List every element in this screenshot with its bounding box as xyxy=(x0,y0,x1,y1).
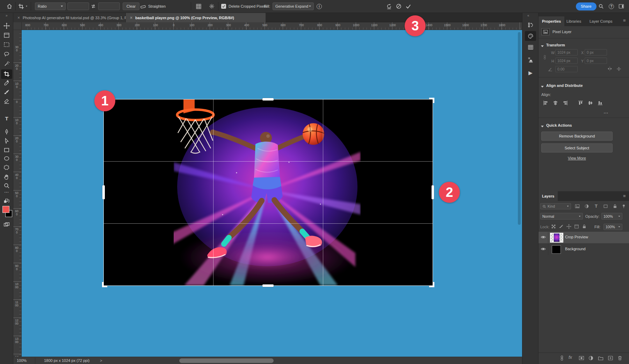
ruler-corner[interactable] xyxy=(13,22,22,30)
document-tab-active[interactable]: × basketball player.png @ 100% (Crop Pre… xyxy=(126,13,266,22)
close-tab-icon[interactable]: × xyxy=(130,15,132,20)
crop-handle-bottom-right[interactable] xyxy=(429,282,434,287)
help-icon[interactable]: ? xyxy=(609,0,614,13)
history-panel-icon[interactable] xyxy=(525,20,536,30)
workspace-switcher-icon[interactable] xyxy=(619,0,624,13)
search-icon[interactable] xyxy=(598,0,604,13)
crop-handle-top-right[interactable] xyxy=(429,98,434,103)
layer-row-background[interactable]: Background xyxy=(538,244,629,255)
align-right-icon[interactable] xyxy=(562,100,568,106)
custom-shape-tool[interactable] xyxy=(3,164,10,171)
layer-effects-icon[interactable]: fx xyxy=(569,355,574,360)
add-layer-mask-icon[interactable] xyxy=(579,355,584,361)
select-subject-button[interactable]: Select Subject xyxy=(541,143,613,153)
align-top-icon[interactable] xyxy=(578,100,584,106)
lock-all-icon[interactable] xyxy=(582,224,587,229)
new-layer-icon[interactable] xyxy=(608,355,613,361)
link-layers-icon[interactable] xyxy=(559,355,565,361)
collapse-panels-icon[interactable]: « xyxy=(527,14,529,17)
info-icon[interactable]: i xyxy=(317,0,322,13)
ellipse-tool[interactable] xyxy=(3,155,10,162)
move-tool[interactable] xyxy=(3,23,10,29)
lock-artboard-icon[interactable] xyxy=(574,224,579,229)
crop-tool-indicator[interactable] xyxy=(18,0,28,13)
share-button[interactable]: Share xyxy=(576,2,597,10)
close-tab-icon[interactable]: × xyxy=(17,15,20,20)
horizontal-scrollbar[interactable] xyxy=(179,358,274,363)
y-field[interactable]: 0 px xyxy=(585,58,607,64)
zoom-level[interactable]: 100% xyxy=(17,358,27,363)
lock-position-icon[interactable] xyxy=(566,224,571,229)
lock-image-pixels-icon[interactable] xyxy=(559,224,564,229)
crop-bounding-box[interactable] xyxy=(104,99,433,285)
crop-overlay-options-button[interactable] xyxy=(196,0,202,13)
marquee-tool[interactable] xyxy=(3,42,10,48)
straighten-button[interactable]: Straighten xyxy=(140,0,166,13)
blend-mode-select[interactable]: Normal xyxy=(540,213,583,220)
expand-tools-icon[interactable]: » xyxy=(6,14,8,17)
filter-pixel-layers-icon[interactable] xyxy=(575,204,580,209)
reset-crop-button[interactable] xyxy=(386,0,392,13)
crop-width-input[interactable] xyxy=(67,2,89,10)
tab-properties[interactable]: Properties xyxy=(538,16,564,26)
panel-menu-icon[interactable]: ≡ xyxy=(623,18,626,23)
filter-shape-layers-icon[interactable] xyxy=(603,204,608,209)
fill-input[interactable]: 100% xyxy=(603,224,622,230)
type-tool[interactable]: T xyxy=(3,116,10,122)
gradient-tool[interactable] xyxy=(3,107,10,113)
clone-source-panel-icon[interactable] xyxy=(525,55,536,65)
x-field[interactable]: 0 px xyxy=(585,49,607,55)
lock-transparent-pixels-icon[interactable] xyxy=(551,224,556,229)
rectangle-tool[interactable] xyxy=(3,147,10,153)
edit-toolbar-icon[interactable]: ⋯ xyxy=(3,190,10,196)
visibility-eye-icon[interactable] xyxy=(540,246,546,252)
commit-crop-button[interactable] xyxy=(405,0,411,13)
link-dimensions-icon[interactable] xyxy=(542,52,547,62)
vertical-scrollbar[interactable] xyxy=(518,32,521,225)
remove-background-button[interactable]: Remove Background xyxy=(541,132,613,141)
crop-settings-gear-button[interactable] xyxy=(209,0,215,13)
horizontal-ruler[interactable]: 8007006005004003002001000100200300400500… xyxy=(22,22,522,30)
align-left-icon[interactable] xyxy=(543,100,549,106)
flip-vertical-icon[interactable] xyxy=(616,66,622,72)
vertical-ruler[interactable]: 3002001000100200300400500600700800900100… xyxy=(13,30,22,357)
adjustment-layer-icon[interactable] xyxy=(588,355,594,361)
fill-mode-select[interactable]: Generative Expand xyxy=(273,2,314,10)
new-group-icon[interactable] xyxy=(598,355,603,361)
actions-panel-icon[interactable]: ▶ xyxy=(525,68,536,78)
filter-locked-layers-icon[interactable] xyxy=(613,204,617,209)
eyedropper-tool[interactable] xyxy=(3,80,10,86)
layer-row-crop-preview[interactable]: Crop Preview xyxy=(538,232,629,243)
width-field[interactable]: 1024 px xyxy=(555,49,578,55)
tab-libraries[interactable]: Libraries xyxy=(563,16,585,26)
flip-horizontal-icon[interactable] xyxy=(607,66,613,72)
layer-thumbnail[interactable] xyxy=(552,245,561,254)
layer-thumbnail[interactable] xyxy=(550,233,563,243)
filter-adjustment-layers-icon[interactable] xyxy=(584,204,589,209)
align-center-vertical-icon[interactable] xyxy=(587,100,593,106)
filter-type-layers-icon[interactable]: T xyxy=(594,203,599,208)
crop-ratio-select[interactable]: Ratio xyxy=(35,2,66,10)
foreground-color-swatch[interactable] xyxy=(2,206,9,213)
view-more-link[interactable]: View More xyxy=(538,156,615,160)
layer-filter-select[interactable]: Kind xyxy=(540,203,571,209)
delete-layer-icon[interactable] xyxy=(617,355,623,361)
artboard-tool[interactable] xyxy=(3,32,10,38)
crop-height-input[interactable] xyxy=(98,2,120,10)
tab-layers[interactable]: Layers xyxy=(538,191,558,201)
crop-handle-left[interactable] xyxy=(102,185,105,199)
default-colors-icon[interactable] xyxy=(3,198,10,204)
opacity-input[interactable]: 100% xyxy=(601,213,622,220)
eraser-tool[interactable] xyxy=(3,98,10,104)
transform-section-chevron[interactable] xyxy=(541,44,544,48)
crop-handle-right[interactable] xyxy=(432,185,434,199)
pen-tool[interactable] xyxy=(3,129,10,135)
align-bottom-icon[interactable] xyxy=(597,100,603,106)
angle-field[interactable]: 0.00 xyxy=(555,66,578,72)
channels-panel-icon[interactable] xyxy=(525,42,536,52)
height-field[interactable]: 1024 px xyxy=(555,58,578,64)
path-select-tool[interactable] xyxy=(3,138,10,144)
cancel-crop-button[interactable] xyxy=(396,0,402,13)
clear-button[interactable]: Clear xyxy=(123,2,139,10)
magic-wand-tool[interactable] xyxy=(3,61,10,67)
